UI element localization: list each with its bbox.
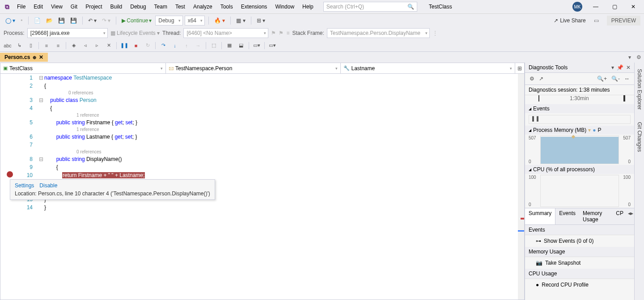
back-button[interactable]: ◯ ▾ xyxy=(4,17,17,25)
settings-icon[interactable]: ⚙ xyxy=(530,76,534,82)
record-cpu[interactable]: ●Record CPU Profile xyxy=(525,279,634,291)
tab-cpu[interactable]: CP xyxy=(612,208,627,224)
tab-person-cs[interactable]: Person.cs ⊕ ✕ xyxy=(0,53,48,62)
tab-close-icon[interactable]: ✕ xyxy=(39,54,43,60)
prev-bookmark-icon[interactable]: ◃ xyxy=(81,42,89,50)
menu-edit[interactable]: Edit xyxy=(30,2,47,12)
menu-test[interactable]: Test xyxy=(172,2,189,12)
feedback-icon[interactable]: ▭ xyxy=(592,17,601,25)
restart-icon[interactable]: ↻ xyxy=(144,42,152,50)
indent-icon[interactable]: ≡ xyxy=(42,42,51,50)
save-icon[interactable]: 💾 xyxy=(56,17,67,25)
layout-icon[interactable]: ⊞ ▾ xyxy=(255,17,267,25)
tab-events[interactable]: Events xyxy=(555,208,579,224)
gear-icon[interactable]: ⚙ xyxy=(634,54,644,60)
live-share-button[interactable]: ↗ Live Share xyxy=(554,17,585,24)
menu-file[interactable]: File xyxy=(13,2,29,12)
dropdown-icon[interactable]: ▭▾ xyxy=(253,42,261,50)
menu-build[interactable]: Build xyxy=(107,2,126,12)
terminal-icon[interactable]: ▭▾ xyxy=(268,42,276,50)
forward-button[interactable]: • xyxy=(19,17,24,25)
open-file-icon[interactable]: 📂 xyxy=(44,17,55,25)
run-to-icon[interactable]: → xyxy=(194,42,202,50)
menu-team[interactable]: Team xyxy=(151,2,171,12)
menu-view[interactable]: View xyxy=(47,2,66,12)
abc-icon[interactable]: abc xyxy=(4,42,12,50)
flag2-icon[interactable]: ⚑ xyxy=(279,30,284,36)
clear-bookmarks-icon[interactable]: ✕ xyxy=(105,42,113,50)
hot-reload-icon[interactable]: 🔥 ▾ xyxy=(212,17,227,25)
cpu-section[interactable]: CPU (% of all processors) xyxy=(525,165,634,174)
preview-button[interactable]: PREVIEW xyxy=(607,16,640,25)
diagnostic-tools-panel: Diagnostic Tools ▾📌✕ ⚙ ↗ 🔍+ 🔍- ↔ Diagnos… xyxy=(525,63,634,300)
menu-tools[interactable]: Tools xyxy=(217,2,237,12)
threads-icon[interactable]: ≡ xyxy=(286,30,289,36)
undo-icon[interactable]: ↶ ▾ xyxy=(86,17,98,25)
lifecycle-events[interactable]: ▦ Lifecycle Events ▾ xyxy=(110,30,160,36)
pin-icon[interactable]: ⊕ xyxy=(33,55,36,60)
nav-scope[interactable]: ▣TestClass xyxy=(0,63,166,73)
scrollbar[interactable] xyxy=(518,74,524,300)
pause-icon[interactable]: ❚❚ xyxy=(120,42,128,50)
sidetab-solution-explorer[interactable]: Solution Explorer xyxy=(636,66,644,112)
new-item-icon[interactable]: 📄 xyxy=(32,17,42,25)
timeline[interactable]: 1:30min xyxy=(525,95,634,104)
process-combo[interactable]: [29668] java.exe xyxy=(27,28,108,38)
config-combo[interactable]: Debug xyxy=(155,16,182,25)
stop-icon[interactable]: ■ xyxy=(132,42,140,50)
sidetab-git-changes[interactable]: Git Changes xyxy=(636,119,644,155)
redo-icon[interactable]: ↷ ▾ xyxy=(100,17,112,25)
menu-debug[interactable]: Debug xyxy=(127,2,149,12)
tooltip-disable-link[interactable]: Disable xyxy=(39,182,57,189)
hex-icon[interactable]: ⬚ xyxy=(210,42,218,50)
stack-opt-icon[interactable]: ⋮ xyxy=(432,30,438,36)
menu-extensions[interactable]: Extensions xyxy=(237,2,271,12)
split-icon[interactable]: ⊞ xyxy=(515,63,524,73)
next-bookmark-icon[interactable]: ▹ xyxy=(93,42,101,50)
step-into-icon[interactable]: ↓ xyxy=(171,42,179,50)
step-out-icon[interactable]: ↑ xyxy=(182,42,191,50)
toolbox-icon[interactable]: ▦ ▾ xyxy=(234,17,247,25)
step-over-icon[interactable]: ↷ xyxy=(159,42,167,50)
outdent-icon[interactable]: ≡ xyxy=(54,42,62,50)
bookmark-icon[interactable]: ▯ xyxy=(27,42,35,50)
tooltip-settings-link[interactable]: Settings xyxy=(15,182,34,189)
zoom-in-icon[interactable]: 🔍+ xyxy=(597,76,607,82)
nav-member[interactable]: 🔧Lastname xyxy=(341,63,516,73)
menu-project[interactable]: Project xyxy=(82,2,106,12)
stack-combo[interactable]: TestNamespace.Person.DisplayName xyxy=(327,28,430,38)
panel-controls[interactable]: ▾📌✕ xyxy=(611,64,631,71)
save-all-icon[interactable]: 💾 xyxy=(68,17,79,25)
close-button[interactable]: ✕ xyxy=(624,0,642,13)
chart2-icon[interactable]: ⬓ xyxy=(237,42,245,50)
tab-memory[interactable]: Memory Usage xyxy=(579,208,612,224)
menu-git[interactable]: Git xyxy=(67,2,81,12)
flag-icon[interactable]: ⚑ xyxy=(271,30,276,36)
minimize-button[interactable]: — xyxy=(587,0,605,13)
tab-dropdown-icon[interactable]: ▾ xyxy=(626,54,634,60)
export-icon[interactable]: ↗ xyxy=(539,76,543,82)
continue-button[interactable]: ▶ Continue ▾ xyxy=(120,17,153,25)
events-section[interactable]: Events xyxy=(525,104,634,113)
menu-analyze[interactable]: Analyze xyxy=(190,2,216,12)
take-snapshot[interactable]: 📷Take Snapshot xyxy=(525,257,634,269)
menu-help[interactable]: Help xyxy=(299,2,317,12)
step-icon[interactable]: ↳ xyxy=(15,42,23,50)
breakpoint-icon[interactable] xyxy=(7,171,13,177)
menu-window[interactable]: Window xyxy=(271,2,298,12)
diagnostic-title: Diagnostic Tools ▾📌✕ xyxy=(525,63,634,73)
nav-type[interactable]: 🖂TestNamespace.Person xyxy=(166,63,341,73)
platform-combo[interactable]: x64 xyxy=(185,16,205,25)
chart1-icon[interactable]: ▦ xyxy=(225,42,233,50)
maximize-button[interactable]: ▢ xyxy=(606,0,623,13)
show-events[interactable]: ⊶Show Events (0 of 0) xyxy=(525,235,634,247)
reset-zoom-icon[interactable]: ↔ xyxy=(624,76,630,82)
thread-combo[interactable]: [6460] <No Name> xyxy=(183,28,268,38)
tab-scroll-icon[interactable]: ◂▸ xyxy=(627,208,634,224)
zoom-out-icon[interactable]: 🔍- xyxy=(611,76,620,82)
avatar[interactable]: MK xyxy=(572,2,582,12)
search-input[interactable]: Search (Ctrl+Q) 🔍 xyxy=(323,2,417,12)
tab-summary[interactable]: Summary xyxy=(525,208,555,224)
memory-section[interactable]: Process Memory (MB) ▾ ●P xyxy=(525,126,634,135)
marker-icon[interactable]: ◈ xyxy=(70,42,78,50)
